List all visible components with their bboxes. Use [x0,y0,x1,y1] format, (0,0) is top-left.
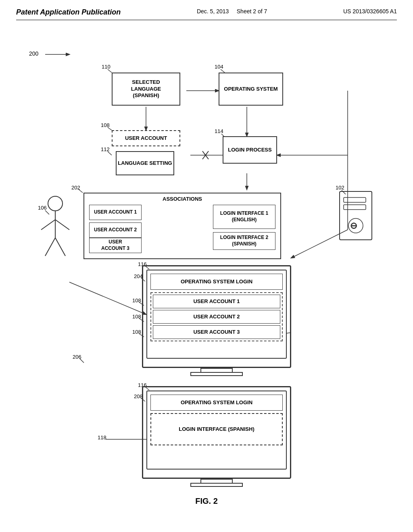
ua3-monitor-box: USER ACCOUNT 3 [153,325,280,339]
svg-rect-60 [340,191,372,240]
sheet-info: Sheet 2 of 7 [237,8,267,15]
svg-line-57 [55,220,69,230]
user-account-2-label: USER ACCOUNT 2 [94,227,137,233]
fig-number: FIG. 2 [195,497,218,505]
svg-line-8 [108,127,112,130]
ua3-monitor-label: USER ACCOUNT 3 [193,329,240,336]
ua2-monitor-box: USER ACCOUNT 2 [153,310,280,324]
computer-figure: ⊖ [336,189,380,262]
figure-caption: FIG. 2 [195,497,218,506]
svg-line-3 [108,69,112,73]
svg-text:206: 206 [73,354,81,360]
monitor-2-base [190,483,243,487]
svg-text:204: 204 [134,273,143,279]
login-process-label: LOGIN PROCESS [228,147,271,154]
page-header: Patent Application Publication Dec. 5, 2… [16,8,397,20]
publication-date-sheet: Dec. 5, 2013 Sheet 2 of 7 [197,8,267,15]
login-interface-spanish-label: LOGIN INTERFACE (SPANISH) [179,426,254,433]
svg-rect-61 [344,197,366,202]
user-account-top-label: USER ACCOUNT [125,135,167,142]
login-interface-spanish-box: LOGIN INTERFACE (SPANISH) [150,413,283,445]
svg-line-5 [221,69,225,73]
svg-point-54 [48,196,63,211]
svg-text:114: 114 [215,128,223,134]
monitor-1-outer: OPERATING SYSTEM LOGIN USER ACCOUNT 1 US… [142,265,291,368]
svg-text:112: 112 [101,146,110,152]
login-interface-2-box: LOGIN INTERFACE 2 (SPANISH) [213,232,275,250]
svg-text:⊖: ⊖ [350,220,357,231]
svg-text:110: 110 [102,64,111,70]
language-setting-label: LANGUAGE SETTING [118,160,172,167]
os-login-1-box: OPERATING SYSTEM LOGIN [150,274,283,290]
svg-text:200: 200 [29,50,39,57]
os-login-2-box: OPERATING SYSTEM LOGIN [150,395,283,411]
login-process-box: LOGIN PROCESS [223,136,277,164]
svg-line-58 [45,238,55,256]
monitor-1-inner: OPERATING SYSTEM LOGIN USER ACCOUNT 1 US… [146,270,287,359]
svg-line-59 [55,238,65,256]
ua2-monitor-label: USER ACCOUNT 2 [193,314,240,320]
diagram: 200 110 104 108 112 114 [17,32,396,508]
person-figure [37,193,73,266]
publication-date: Dec. 5, 2013 [197,8,229,15]
user-account-top-box: USER ACCOUNT [112,130,180,146]
accounts-dashed-area: USER ACCOUNT 1 USER ACCOUNT 2 USER ACCOU… [150,292,283,341]
svg-text:104: 104 [215,64,223,70]
login-interface-2-label: LOGIN INTERFACE 2 (SPANISH) [213,235,275,247]
login-interface-1-box: LOGIN INTERFACE 1 (ENGLISH) [213,205,275,229]
os-login-2-label: OPERATING SYSTEM LOGIN [181,399,252,406]
operating-system-label: OPERATING SYSTEM [224,86,277,93]
monitor-2-outer: OPERATING SYSTEM LOGIN LOGIN INTERFACE (… [142,386,291,479]
monitor-1-base [190,372,243,376]
selected-language-label: SELECTED LANGUAGE (SPANISH) [131,79,161,100]
svg-line-11 [108,152,112,155]
associations-box: ASSOCIATIONS USER ACCOUNT 1 USER ACCOUNT… [83,193,281,259]
svg-line-20 [79,189,83,193]
user-account-2-box: USER ACCOUNT 2 [89,222,142,238]
user-account-3-assoc-label: USERACCOUNT 3 [101,239,129,251]
ua1-monitor-box: USER ACCOUNT 1 [153,295,280,308]
user-account-1-box: USER ACCOUNT 1 [89,205,142,220]
os-login-1-label: OPERATING SYSTEM LOGIN [181,278,252,285]
user-account-3-assoc-inner: USERACCOUNT 3 [89,238,142,253]
svg-text:108: 108 [101,122,110,128]
svg-text:118: 118 [98,434,106,441]
page: Patent Application Publication Dec. 5, 2… [0,0,413,532]
ua1-monitor-label: USER ACCOUNT 1 [193,298,240,305]
selected-language-box: SELECTED LANGUAGE (SPANISH) [112,73,180,106]
publication-title: Patent Application Publication [16,8,121,17]
svg-text:108: 108 [132,329,141,335]
svg-text:208: 208 [134,393,143,399]
svg-text:108: 108 [132,314,141,320]
login-interface-1-label: LOGIN INTERFACE 1 (ENGLISH) [213,210,275,223]
svg-line-41 [69,282,146,314]
svg-line-56 [41,220,55,230]
svg-line-17 [202,151,209,159]
svg-text:108: 108 [132,297,141,303]
svg-text:202: 202 [71,185,80,191]
language-setting-box: LANGUAGE SETTING [116,151,174,175]
monitor-2-inner: OPERATING SYSTEM LOGIN LOGIN INTERFACE (… [146,391,287,470]
user-account-1-label: USER ACCOUNT 1 [94,209,137,216]
svg-rect-62 [344,205,366,210]
svg-line-44 [80,359,84,363]
associations-title: ASSOCIATIONS [163,196,202,203]
svg-line-16 [202,151,209,159]
patent-number: US 2013/0326605 A1 [343,8,397,15]
operating-system-box: OPERATING SYSTEM [219,73,283,106]
